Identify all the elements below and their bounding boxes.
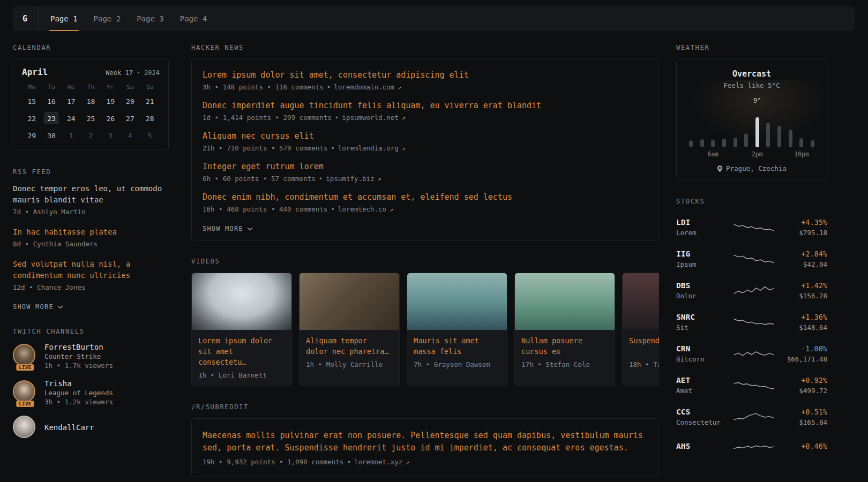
calendar-day[interactable]: 1 bbox=[61, 129, 81, 142]
weather-bar bbox=[709, 96, 716, 147]
stock-name: Consectetur bbox=[676, 418, 728, 426]
video-title[interactable]: Nullam posuere cursus ex bbox=[521, 335, 608, 357]
calendar-day[interactable]: 19 bbox=[101, 95, 121, 108]
stock-row[interactable]: DBS Dolor +1.42% $156.28 bbox=[676, 276, 827, 307]
hn-item-title[interactable]: Donec enim nibh, condimentum et accumsan… bbox=[203, 191, 648, 203]
calendar-day[interactable]: 21 bbox=[140, 95, 160, 108]
page-tab[interactable]: Page 4 bbox=[179, 6, 208, 31]
video-title[interactable]: Aliquam tempor dolor nec pharetra… bbox=[306, 335, 393, 357]
separator-dot: • bbox=[335, 114, 339, 122]
video-title[interactable]: Suspendisse diam bbox=[629, 335, 659, 357]
stock-row[interactable]: AHS +0.46% bbox=[676, 434, 827, 463]
calendar-day[interactable]: 2 bbox=[81, 129, 101, 142]
stock-price: $66,171.48 bbox=[780, 355, 827, 363]
page-tabs: Page 1Page 2Page 3Page 4 bbox=[49, 6, 208, 31]
calendar-day[interactable]: 23 bbox=[42, 112, 62, 125]
subreddit-post-domain[interactable]: loremnet.xyz bbox=[354, 458, 402, 466]
calendar-day[interactable]: 28 bbox=[140, 112, 160, 125]
calendar-day[interactable]: 18 bbox=[81, 95, 101, 108]
hn-item-meta: 6h • 60 points • 57 comments•ipsumify.bi… bbox=[203, 175, 648, 183]
stock-price: $148.64 bbox=[780, 323, 827, 332]
rss-section-title: RSS FEED bbox=[13, 168, 169, 176]
hackernews-section-title: HACKER NEWS bbox=[191, 44, 659, 51]
hn-item-domain[interactable]: ipsumworld.net bbox=[342, 114, 398, 122]
calendar-day[interactable]: 15 bbox=[22, 95, 42, 108]
calendar-day[interactable]: 27 bbox=[121, 112, 140, 125]
weather-bar-column bbox=[711, 140, 715, 147]
calendar-day[interactable]: 3 bbox=[101, 129, 121, 142]
video-card[interactable]: Lorem ipsum dolor sit amet consectetu… 1… bbox=[191, 273, 292, 386]
page-tab[interactable]: Page 2 bbox=[93, 6, 122, 31]
page-tab[interactable]: Page 3 bbox=[136, 6, 165, 31]
video-title[interactable]: Mauris sit amet massa felis bbox=[414, 335, 500, 357]
video-thumbnail[interactable] bbox=[623, 273, 659, 330]
video-thumbnail[interactable] bbox=[192, 273, 291, 330]
hn-item-title[interactable]: Lorem ipsum dolor sit amet, consectetur … bbox=[203, 69, 648, 81]
twitch-channel-name[interactable]: Trisha bbox=[44, 379, 113, 388]
top-bar: G Page 1Page 2Page 3Page 4 bbox=[13, 6, 855, 31]
video-card[interactable]: Mauris sit amet massa felis 7h • Grayson… bbox=[407, 273, 507, 386]
video-card[interactable]: Suspendisse diam 18h • Tara bbox=[622, 273, 659, 386]
calendar-day[interactable]: 5 bbox=[140, 129, 160, 142]
rss-list: Donec tempor eros leo, ut commodo mauris… bbox=[13, 183, 169, 291]
hn-item-title[interactable]: Aliquam nec cursus elit bbox=[203, 130, 648, 142]
twitch-channel[interactable]: LIVE Trisha League of Legends 3h • 1.2k … bbox=[13, 379, 169, 406]
video-card[interactable]: Aliquam tempor dolor nec pharetra… 1h • … bbox=[299, 273, 400, 386]
stock-row[interactable]: SNRC Sit +1.36% $148.64 bbox=[676, 307, 827, 339]
calendar-day[interactable]: 16 bbox=[42, 95, 62, 108]
calendar-day[interactable]: 30 bbox=[42, 129, 62, 142]
show-more-label: SHOW MORE bbox=[203, 225, 243, 232]
hn-item-domain[interactable]: loremlandia.org bbox=[338, 144, 399, 152]
separator-dot: • bbox=[327, 83, 331, 91]
calendar-day-grid: 1516171819202122232425262728293012345 bbox=[22, 95, 160, 142]
hn-item-stats: 16h • 468 points • 440 comments bbox=[203, 205, 327, 213]
twitch-channel[interactable]: LIVE ForrestBurton Counter-Strike 1h • 1… bbox=[13, 343, 169, 370]
stock-row[interactable]: IIG Ipsum +2.84% $42.04 bbox=[676, 244, 827, 276]
twitch-channel-name[interactable]: KendallCarr bbox=[44, 423, 94, 432]
hn-item-title[interactable]: Integer eget rutrum lorem bbox=[203, 161, 648, 172]
hn-item-meta: 3h • 148 points • 116 comments•loremdoma… bbox=[203, 83, 648, 91]
weather-location-text: Prague, Czechia bbox=[726, 164, 787, 172]
rss-item-title[interactable]: Donec tempor eros leo, ut commodo mauris… bbox=[13, 183, 169, 206]
twitch-channel-name[interactable]: ForrestBurton bbox=[44, 343, 113, 351]
stock-row[interactable]: AET Amet +0.92% $499.72 bbox=[676, 371, 827, 402]
hn-item-domain[interactable]: loremdomain.com bbox=[334, 83, 394, 91]
calendar-day[interactable]: 22 bbox=[22, 112, 42, 125]
calendar-day[interactable]: 20 bbox=[121, 95, 140, 108]
video-title[interactable]: Lorem ipsum dolor sit amet consectetu… bbox=[198, 335, 285, 367]
stock-row[interactable]: CCS Consectetur +0.51% $165.84 bbox=[676, 402, 827, 434]
app-logo[interactable]: G bbox=[13, 6, 38, 31]
video-thumbnail[interactable] bbox=[407, 273, 507, 330]
rss-item-title[interactable]: In hac habitasse platea bbox=[13, 227, 169, 238]
calendar-day[interactable]: 24 bbox=[61, 112, 81, 125]
stock-sparkline bbox=[728, 251, 780, 267]
stock-row[interactable]: CRN Bitcorn -1.00% $66,171.48 bbox=[676, 339, 827, 371]
hackernews-show-more-button[interactable]: SHOW MORE bbox=[203, 225, 253, 232]
calendar-day[interactable]: 17 bbox=[61, 95, 81, 108]
twitch-section-title: TWITCH CHANNELS bbox=[13, 328, 169, 335]
calendar-day[interactable]: 29 bbox=[22, 129, 42, 142]
hn-item-domain[interactable]: loremtech.co bbox=[338, 205, 386, 213]
video-meta: 7h • Grayson Dawson bbox=[414, 360, 500, 368]
weather-bar bbox=[776, 96, 783, 147]
calendar-day[interactable]: 26 bbox=[101, 112, 121, 125]
subreddit-post-title[interactable]: Maecenas mollis pulvinar erat non posuer… bbox=[203, 430, 648, 454]
hn-item-title[interactable]: Donec imperdiet augue tincidunt felis al… bbox=[203, 100, 648, 111]
calendar-day-number: 27 bbox=[123, 112, 137, 124]
hn-item-domain[interactable]: ipsumify.biz bbox=[326, 175, 374, 183]
rss-show-more-button[interactable]: SHOW MORE bbox=[13, 303, 63, 311]
video-thumbnail[interactable] bbox=[300, 273, 399, 330]
video-thumbnail[interactable] bbox=[515, 273, 615, 330]
weather-bar-column bbox=[700, 139, 704, 147]
calendar-day[interactable]: 25 bbox=[81, 112, 101, 125]
calendar-day[interactable]: 4 bbox=[121, 129, 140, 142]
twitch-channel[interactable]: KendallCarr bbox=[13, 416, 169, 440]
video-card[interactable]: Nullam posuere cursus ex 17h • Stefan Co… bbox=[514, 273, 615, 386]
stock-row[interactable]: LDI Lorem +4.35% $795.18 bbox=[676, 213, 827, 244]
right-column: WEATHER Overcast Feels like 5°C 9° bbox=[676, 44, 827, 482]
page-tab[interactable]: Page 1 bbox=[49, 6, 79, 31]
weather-widget: WEATHER Overcast Feels like 5°C 9° bbox=[676, 44, 827, 180]
external-link-icon: ↗ bbox=[378, 175, 381, 183]
calendar-weekday: Tu bbox=[42, 84, 62, 91]
rss-item-title[interactable]: Sed volutpat nulla nisl, a condimentum n… bbox=[13, 259, 169, 281]
